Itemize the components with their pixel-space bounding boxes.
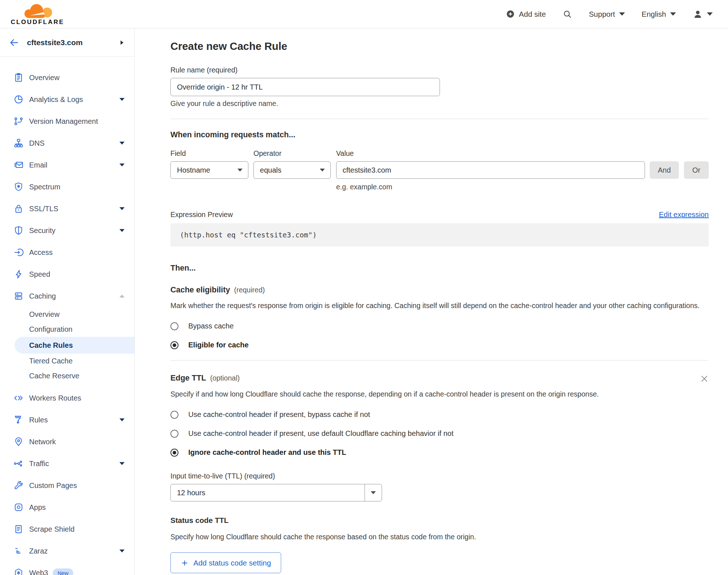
sidebar-item-label: Analytics & Logs (29, 95, 83, 104)
sidebar-item-traffic[interactable]: Traffic (0, 453, 134, 474)
ttl-select[interactable]: 12 hours (170, 484, 382, 501)
language-menu[interactable]: English (642, 10, 676, 19)
radio-selected[interactable] (170, 449, 178, 457)
required-tag: (required) (234, 286, 265, 294)
sidebar-item-rules[interactable]: Rules (0, 409, 134, 431)
chevron-down-icon (119, 462, 125, 465)
chevron-down-icon (619, 12, 625, 16)
radio-unselected[interactable] (170, 322, 178, 330)
search-icon (563, 9, 572, 19)
sidebar-subitem-tiered-cache[interactable]: Tiered Cache (0, 354, 134, 369)
login-icon (13, 247, 24, 257)
radio-option-use-header-default[interactable]: Use cache-control header if present, use… (170, 429, 709, 438)
radio-unselected[interactable] (170, 411, 178, 419)
topbar-actions: Add site Support English (506, 9, 713, 19)
section-divider (170, 119, 709, 119)
sidebar-item-label: Security (29, 227, 55, 235)
add-status-code-button[interactable]: Add status code setting (170, 552, 281, 573)
lightning-icon (13, 269, 24, 279)
support-menu[interactable]: Support (589, 10, 625, 19)
radio-label: Use cache-control header if present, byp… (188, 410, 370, 419)
then-heading: Then... (170, 264, 709, 273)
and-button[interactable]: And (650, 161, 679, 179)
sidebar-item-label: Overview (29, 74, 59, 82)
map-pin-icon (13, 437, 24, 447)
sidebar-item-label: Traffic (29, 460, 49, 468)
radio-dot (173, 343, 176, 347)
radio-label: Ignore cache-control header and use this… (188, 448, 346, 457)
sidebar-item-email[interactable]: Email (0, 154, 134, 176)
radio-option-bypass-cache[interactable]: Bypass cache (170, 322, 709, 330)
close-icon[interactable] (700, 374, 709, 383)
web3-hexagon-icon (13, 568, 24, 575)
operator-select[interactable]: equals (253, 161, 331, 179)
sidebar-item-security[interactable]: Security (0, 220, 134, 241)
ttl-dropdown-button[interactable] (365, 484, 382, 501)
pie-chart-icon (13, 94, 24, 105)
sidebar-item-label: Spectrum (29, 183, 60, 191)
sidebar-item-analytics-logs[interactable]: Analytics & Logs (0, 88, 134, 110)
sidebar-item-caching[interactable]: Caching (0, 285, 134, 307)
sidebar-item-overview[interactable]: Overview (0, 67, 134, 88)
chevron-down-icon (670, 12, 676, 16)
expand-site-menu-icon[interactable] (121, 40, 123, 45)
zaraz-icon (13, 546, 24, 556)
sidebar-subitem-cache-rules[interactable]: Cache Rules (15, 337, 134, 354)
sidebar-item-workers-routes[interactable]: Workers Routes (0, 387, 134, 409)
sidebar-item-scrape-shield[interactable]: Scrape Shield (0, 518, 134, 540)
cloudflare-logo[interactable]: CLOUDFLARE (7, 3, 68, 26)
code-brackets-icon (13, 393, 24, 403)
field-select[interactable]: Hostname (170, 161, 248, 179)
sidebar-nav: Overview Analytics & Logs Version Manage… (0, 57, 134, 575)
radio-option-use-header-bypass[interactable]: Use cache-control header if present, byp… (170, 410, 709, 419)
match-heading: When incoming requests match... (170, 130, 709, 139)
radio-option-eligible-for-cache[interactable]: Eligible for cache (170, 341, 709, 349)
server-stack-icon (13, 291, 24, 301)
sidebar-subitem-cache-reserve[interactable]: Cache Reserve (0, 369, 134, 383)
plus-circle-icon (506, 9, 515, 19)
chevron-down-icon (119, 207, 125, 210)
cache-eligibility-heading: Cache eligibility (170, 285, 230, 295)
sidebar-item-access[interactable]: Access (0, 241, 134, 263)
sidebar-item-web3[interactable]: Web3 New (0, 562, 134, 575)
support-label: Support (589, 10, 615, 19)
match-controls-row: Hostname equals And Or (170, 161, 709, 179)
sidebar-item-dns[interactable]: DNS (0, 132, 134, 154)
sidebar-subitem-caching-configuration[interactable]: Configuration (0, 322, 134, 337)
sidebar-subitem-label: Configuration (29, 325, 72, 334)
email-icon (13, 160, 24, 170)
sidebar-item-apps[interactable]: Apps (0, 496, 134, 518)
account-menu[interactable] (693, 9, 713, 19)
sidebar-subitem-caching-overview[interactable]: Overview (0, 307, 134, 322)
shield-asterisk-icon (13, 182, 24, 192)
new-badge: New (53, 568, 73, 575)
sidebar-item-version-management[interactable]: Version Management (0, 110, 134, 132)
sidebar-item-speed[interactable]: Speed (0, 263, 134, 285)
or-button[interactable]: Or (684, 161, 709, 179)
search-button[interactable] (563, 9, 572, 19)
sidebar-item-custom-pages[interactable]: Custom Pages (0, 474, 134, 496)
sidebar: cftestsite3.com Overview Analytics & Log… (0, 28, 135, 575)
edit-expression-link[interactable]: Edit expression (659, 210, 709, 219)
funnel-icon (13, 415, 24, 425)
radio-selected[interactable] (170, 341, 178, 349)
sidebar-nav-lower: Workers Routes Rules Network (0, 387, 134, 575)
chevron-down-icon (119, 164, 125, 166)
sidebar-item-network[interactable]: Network (0, 431, 134, 453)
rule-name-input[interactable] (170, 78, 440, 96)
match-column-labels: Field Operator Value (170, 149, 709, 158)
value-column-label: Value (336, 149, 354, 158)
radio-unselected[interactable] (170, 430, 178, 438)
add-site-button[interactable]: Add site (506, 9, 546, 19)
language-label: English (642, 10, 666, 19)
dns-tree-icon (13, 138, 24, 148)
sidebar-item-ssl-tls[interactable]: SSL/TLS (0, 198, 134, 220)
sidebar-subitem-label: Tiered Cache (29, 357, 72, 365)
radio-option-ignore-header-use-ttl[interactable]: Ignore cache-control header and use this… (170, 448, 709, 457)
back-arrow-icon[interactable] (9, 37, 20, 48)
sidebar-item-spectrum[interactable]: Spectrum (0, 176, 134, 198)
chevron-down-icon (707, 12, 713, 16)
sidebar-item-label: Rules (29, 416, 48, 424)
value-input[interactable] (336, 161, 645, 179)
sidebar-item-zaraz[interactable]: Zaraz (0, 540, 134, 562)
